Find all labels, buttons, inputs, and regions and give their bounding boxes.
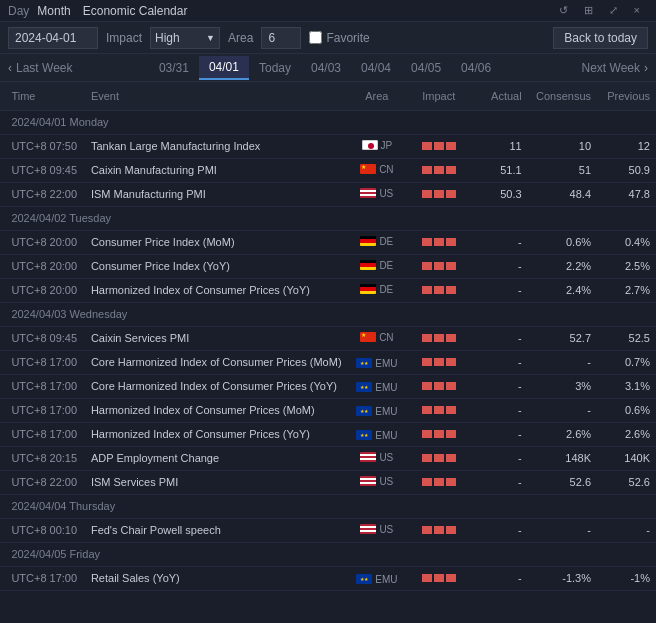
event-impact (406, 134, 471, 158)
impact-indicator (412, 142, 465, 150)
day-tab[interactable]: Day (8, 4, 29, 18)
table-row[interactable]: UTC+8 00:10 Fed's Chair Powell speech US… (0, 518, 656, 542)
impact-bar (434, 238, 444, 246)
flag-jp: JP (362, 140, 393, 151)
next-arrow-icon[interactable]: › (644, 61, 648, 75)
event-time: UTC+8 20:30 (5, 590, 85, 595)
table-row[interactable]: UTC+8 07:50 Tankan Large Manufacturing I… (0, 134, 656, 158)
window-controls: ↺ ⊞ ⤢ × (559, 4, 648, 17)
event-previous: 0.1% (597, 590, 656, 595)
event-actual: - (471, 230, 527, 254)
table-row[interactable]: UTC+8 17:00 Harmonized Index of Consumer… (0, 398, 656, 422)
table-row[interactable]: UTC+8 20:30 Average Hourly Earnings (MoM… (0, 590, 656, 595)
event-time: UTC+8 22:00 (5, 470, 85, 494)
event-time: UTC+8 17:00 (5, 374, 85, 398)
prev-arrow-icon[interactable]: ‹ (8, 61, 12, 75)
impact-bar (446, 358, 456, 366)
impact-bar (446, 238, 456, 246)
event-consensus: 52.6 (528, 470, 597, 494)
section-label: 2024/04/05 Friday (5, 542, 656, 566)
event-header: Event (85, 82, 348, 110)
date-tab-0404[interactable]: 04/04 (351, 56, 401, 80)
next-week-button[interactable]: Next Week (582, 61, 640, 75)
table-row[interactable]: UTC+8 17:00 Retail Sales (YoY) ★★EMU - -… (0, 566, 656, 590)
favorite-label[interactable]: Favorite (309, 31, 369, 45)
event-actual: 51.1 (471, 158, 527, 182)
table-row[interactable]: UTC+8 20:00 Consumer Price Index (MoM) D… (0, 230, 656, 254)
impact-bar (422, 454, 432, 462)
table-row[interactable]: UTC+8 20:00 Consumer Price Index (YoY) D… (0, 254, 656, 278)
impact-bar (446, 382, 456, 390)
event-consensus: 48.4 (528, 182, 597, 206)
date-tab-0331[interactable]: 03/31 (149, 56, 199, 80)
section-label: 2024/04/04 Thursday (5, 494, 656, 518)
impact-dropdown[interactable]: High ▼ (150, 27, 220, 49)
event-actual: - (471, 590, 527, 595)
impact-bar (446, 262, 456, 270)
impact-indicator (412, 190, 465, 198)
impact-bar (446, 478, 456, 486)
expand-icon[interactable]: ⤢ (609, 4, 618, 17)
table-row[interactable]: UTC+8 22:00 ISM Services PMI US - 52.6 5… (0, 470, 656, 494)
event-name: Consumer Price Index (YoY) (85, 254, 348, 278)
area-input[interactable] (261, 27, 301, 49)
event-previous: 2.5% (597, 254, 656, 278)
date-input[interactable] (8, 27, 98, 49)
event-actual: - (471, 446, 527, 470)
impact-bar (434, 526, 444, 534)
table-row[interactable]: UTC+8 20:00 Harmonized Index of Consumer… (0, 278, 656, 302)
events-table-container[interactable]: Time Event Area Impact Actual Consensus … (0, 82, 656, 595)
event-consensus: 148K (528, 446, 597, 470)
impact-indicator (412, 382, 465, 390)
impact-bar (422, 478, 432, 486)
event-name: Caixin Manufacturing PMI (85, 158, 348, 182)
event-impact (406, 518, 471, 542)
event-time: UTC+8 17:00 (5, 398, 85, 422)
event-consensus: 2.6% (528, 422, 597, 446)
date-tab-today[interactable]: Today (249, 56, 301, 80)
favorite-checkbox[interactable] (309, 31, 322, 44)
refresh-icon[interactable]: ↺ (559, 4, 568, 17)
date-tab-0405[interactable]: 04/05 (401, 56, 451, 80)
table-row[interactable]: UTC+8 20:15 ADP Employment Change US - 1… (0, 446, 656, 470)
grid-icon[interactable]: ⊞ (584, 4, 593, 17)
impact-bar (434, 478, 444, 486)
close-icon[interactable]: × (634, 4, 640, 17)
section-header-thursday: 2024/04/04 Thursday (0, 494, 656, 518)
event-impact (406, 350, 471, 374)
event-area: ★★EMU (348, 350, 407, 374)
event-area: ★ CN (348, 158, 407, 182)
event-previous: 47.8 (597, 182, 656, 206)
actual-header: Actual (471, 82, 527, 110)
last-week-button[interactable]: Last Week (16, 61, 72, 75)
impact-bar (422, 334, 432, 342)
event-previous: 50.9 (597, 158, 656, 182)
table-row[interactable]: UTC+8 09:45 Caixin Manufacturing PMI ★ C… (0, 158, 656, 182)
event-name: Core Harmonized Index of Consumer Prices… (85, 350, 348, 374)
table-row[interactable]: UTC+8 09:45 Caixin Services PMI ★ CN - 5… (0, 326, 656, 350)
table-row[interactable]: UTC+8 22:00 ISM Manufacturing PMI US 50.… (0, 182, 656, 206)
impact-bar (446, 574, 456, 582)
table-row[interactable]: UTC+8 17:00 Harmonized Index of Consumer… (0, 422, 656, 446)
flag-us: US (360, 452, 393, 463)
date-tab-0401[interactable]: 04/01 (199, 56, 249, 80)
section-label: 2024/04/03 Wednesday (5, 302, 656, 326)
table-row[interactable]: UTC+8 17:00 Core Harmonized Index of Con… (0, 350, 656, 374)
month-tab[interactable]: Month (37, 4, 70, 18)
back-today-button[interactable]: Back to today (553, 27, 648, 49)
table-row[interactable]: UTC+8 17:00 Core Harmonized Index of Con… (0, 374, 656, 398)
page-title: Economic Calendar (83, 4, 188, 18)
impact-bar (422, 406, 432, 414)
impact-bar (422, 382, 432, 390)
event-area: DE (348, 278, 407, 302)
event-consensus: 2.2% (528, 254, 597, 278)
event-area: JP (348, 134, 407, 158)
event-impact (406, 254, 471, 278)
impact-indicator (412, 526, 465, 534)
event-time: UTC+8 20:00 (5, 278, 85, 302)
date-tab-0403[interactable]: 04/03 (301, 56, 351, 80)
date-tab-0406[interactable]: 04/06 (451, 56, 501, 80)
event-consensus: - (528, 350, 597, 374)
event-impact (406, 566, 471, 590)
event-consensus: 10 (528, 134, 597, 158)
